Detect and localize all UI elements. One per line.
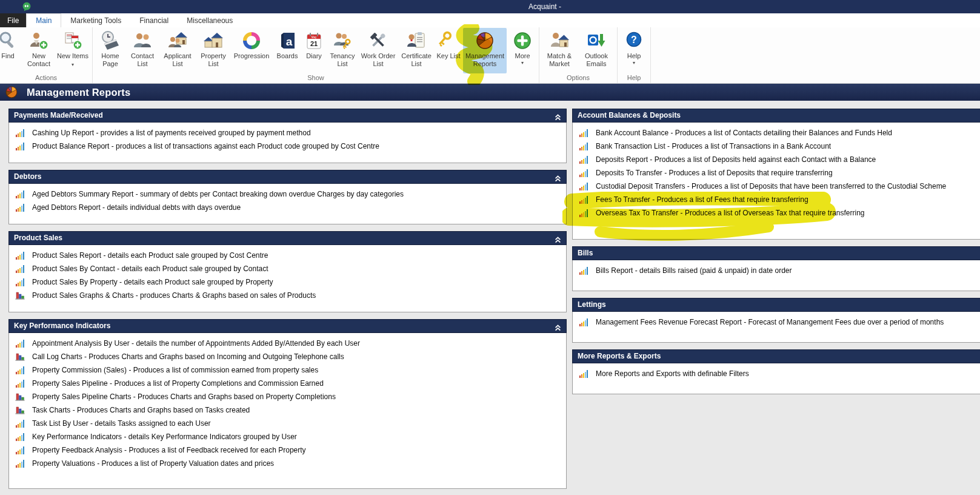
tab-marketing-tools[interactable]: Marketing Tools bbox=[61, 13, 130, 27]
report-item-deposits-to-transfer[interactable]: Deposits To Transfer - Produces a list o… bbox=[573, 166, 980, 180]
panel-header-lettings[interactable]: Lettings bbox=[572, 298, 980, 312]
report-item-text: Property Sales Pipeline - Produces a lis… bbox=[32, 379, 324, 388]
boards-icon: a bbox=[278, 31, 297, 50]
ribbon-button-contact-list[interactable]: Contact List bbox=[127, 28, 158, 73]
report-item-cashing-up-report[interactable]: Cashing Up Report - provides a list of p… bbox=[9, 126, 566, 140]
report-item-text: Deposits To Transfer - Produces a list o… bbox=[596, 169, 833, 177]
ribbon-group-show: Home PageContact ListApplicant ListPrope… bbox=[93, 27, 539, 83]
ribbon-button-certificate-list[interactable]: Certificate List bbox=[399, 28, 434, 73]
report-item-text: Product Sales By Contact - details each … bbox=[32, 264, 268, 273]
ribbon-button-home-page[interactable]: Home Page bbox=[96, 28, 125, 73]
panel-header-more-reports-exports[interactable]: More Reports & Exports bbox=[572, 349, 980, 363]
collapse-panel-icon[interactable] bbox=[555, 323, 561, 329]
outlook-emails-icon bbox=[587, 31, 606, 50]
ribbon-button-management-reports[interactable]: Management Reports bbox=[463, 28, 507, 73]
tab-miscellaneous[interactable]: Miscellaneous bbox=[178, 13, 242, 27]
tab-main[interactable]: Main bbox=[26, 13, 61, 28]
right-column: Account Balances & DepositsBank Account … bbox=[572, 109, 980, 401]
panel-header-bills[interactable]: Bills bbox=[572, 246, 980, 260]
tab-financial[interactable]: Financial bbox=[130, 13, 178, 27]
report-item-aged-debtors-report[interactable]: Aged Debtors Report - details individual… bbox=[9, 201, 566, 214]
ribbon-button-progression[interactable]: Progression bbox=[232, 28, 272, 73]
report-item-text: Bills Report - details Bills raised (pai… bbox=[596, 266, 792, 275]
dropdown-arrow-icon: ▾ bbox=[72, 62, 74, 67]
report-item-call-log-charts[interactable]: Call Log Charts - Produces Charts and Gr… bbox=[9, 350, 566, 363]
collapse-panel-icon[interactable] bbox=[555, 235, 561, 241]
report-item-deposits-report[interactable]: Deposits Report - Produces a list of Dep… bbox=[573, 153, 980, 166]
key-list-icon bbox=[439, 31, 458, 50]
ribbon-button-property-list[interactable]: Property List bbox=[198, 28, 229, 73]
bar-chart-icon bbox=[579, 208, 588, 218]
ribbon-button-more[interactable]: More▾ bbox=[509, 28, 536, 73]
report-item-bank-transaction-list[interactable]: Bank Transaction List - Produces a list … bbox=[573, 140, 980, 153]
bar-chart-icon bbox=[15, 277, 25, 287]
panel-body: Product Sales Report - details each Prod… bbox=[8, 245, 567, 312]
report-item-product-balance-report[interactable]: Product Balance Report - produces a list… bbox=[9, 140, 566, 153]
ribbon-button-match-market[interactable]: Match & Market bbox=[542, 28, 576, 73]
report-item-property-sales-pipeline-charts[interactable]: Property Sales Pipeline Charts - Produce… bbox=[9, 390, 566, 403]
panel-header-debtors[interactable]: Debtors bbox=[8, 170, 567, 184]
bar-chart-icon bbox=[579, 181, 588, 191]
pie-chart-icon bbox=[5, 86, 18, 99]
report-item-product-sales-by-property[interactable]: Product Sales By Property - details each… bbox=[9, 275, 566, 289]
report-item-text: Custodial Deposit Transfers - Produces a… bbox=[596, 182, 946, 190]
collapse-panel-icon[interactable] bbox=[555, 173, 561, 180]
ribbon-button-key-list[interactable]: Key List bbox=[436, 28, 461, 73]
report-item-product-sales-by-contact[interactable]: Product Sales By Contact - details each … bbox=[9, 262, 566, 275]
ribbon-button-work-order-list[interactable]: Work Order List bbox=[360, 28, 396, 73]
report-item-product-sales-graphs-charts[interactable]: Product Sales Graphs & Charts - produces… bbox=[9, 289, 566, 302]
report-item-management-fees-revenue-forecast-report[interactable]: Management Fees Revenue Forecast Report … bbox=[573, 315, 980, 329]
svg-text:21: 21 bbox=[310, 40, 318, 47]
report-item-property-sales-pipeline[interactable]: Property Sales Pipeline - Produces a lis… bbox=[9, 377, 566, 390]
bar-chart-icon bbox=[579, 369, 588, 379]
report-item-text: Task List By User - details Tasks assign… bbox=[32, 419, 211, 428]
report-item-custodial-deposit-transfers[interactable]: Custodial Deposit Transfers - Produces a… bbox=[573, 180, 980, 193]
panel-bills: BillsBills Report - details Bills raised… bbox=[572, 246, 980, 291]
panel-header-payments-made-received[interactable]: Payments Made/Received bbox=[8, 109, 567, 123]
report-item-bills-report[interactable]: Bills Report - details Bills raised (pai… bbox=[573, 264, 980, 277]
panel-header-product-sales[interactable]: Product Sales bbox=[8, 231, 567, 245]
ribbon-button-outlook-emails[interactable]: Outlook Emails bbox=[579, 28, 614, 73]
report-item-task-list-by-user[interactable]: Task List By User - details Tasks assign… bbox=[9, 417, 566, 430]
ribbon-button-new-contact[interactable]: New Contact bbox=[24, 28, 54, 73]
ribbon-button-label: Contact List bbox=[131, 52, 154, 67]
ribbon-group-label: Actions bbox=[2, 73, 90, 83]
svg-text:May: May bbox=[312, 36, 317, 39]
report-item-product-sales-report[interactable]: Product Sales Report - details each Prod… bbox=[9, 249, 566, 262]
report-item-bank-account-balance[interactable]: Bank Account Balance - Produces a list o… bbox=[573, 126, 980, 140]
report-item-property-feedback-analysis[interactable]: Property Feedback Analysis - Produces a … bbox=[9, 443, 566, 457]
report-item-more-reports-and-exports-with-definable-filters[interactable]: More Reports and Exports with definable … bbox=[573, 367, 980, 380]
bar-chart-icon bbox=[579, 155, 588, 164]
bar-graph-3d-icon bbox=[15, 405, 25, 415]
dropdown-arrow-icon: ▾ bbox=[521, 60, 524, 66]
panel-header-key-performance-indicators[interactable]: Key Performance Indicators bbox=[8, 319, 567, 333]
panel-header-account-balances-deposits[interactable]: Account Balances & Deposits bbox=[572, 109, 980, 123]
collapse-panel-icon[interactable] bbox=[555, 112, 561, 119]
report-item-property-commission-sales[interactable]: Property Commission (Sales) - Produces a… bbox=[9, 363, 566, 377]
report-item-fees-to-transfer[interactable]: Fees To Transfer - Produces a list of Fe… bbox=[573, 193, 980, 206]
bar-chart-icon bbox=[15, 128, 25, 138]
ribbon-button-help[interactable]: ?Help▾ bbox=[621, 28, 647, 73]
ribbon-group-actions: FindNew ContactNew Items ▾Actions bbox=[0, 27, 93, 83]
report-item-appointment-analysis-by-user[interactable]: Appointment Analysis By User - details t… bbox=[9, 337, 566, 350]
report-item-key-performance-indicators[interactable]: Key Performance Indicators - details Key… bbox=[9, 430, 566, 443]
ribbon-button-applicant-list[interactable]: Applicant List bbox=[160, 28, 195, 73]
tab-file[interactable]: File bbox=[0, 13, 26, 27]
property-list-icon bbox=[204, 31, 223, 50]
report-item-text: Product Balance Report - produces a list… bbox=[32, 142, 379, 150]
ribbon-button-new-items[interactable]: New Items ▾ bbox=[56, 28, 89, 73]
ribbon-button-tenancy-list[interactable]: Tenancy List bbox=[327, 28, 358, 73]
bar-chart-icon bbox=[15, 338, 25, 348]
new-items-icon bbox=[63, 31, 82, 50]
ribbon-button-label: Management Reports bbox=[465, 52, 504, 67]
report-item-aged-debtors-summary-report[interactable]: Aged Debtors Summary Report - summary of… bbox=[9, 187, 566, 201]
contact-list-icon bbox=[133, 31, 152, 50]
panel-title: Product Sales bbox=[14, 234, 62, 242]
report-item-overseas-tax-to-transfer[interactable]: Overseas Tax To Transfer - Produces a li… bbox=[573, 206, 980, 220]
ribbon-button-boards[interactable]: aBoards bbox=[274, 28, 301, 73]
ribbon-button-label: Applicant List bbox=[164, 52, 191, 67]
report-item-property-valuations[interactable]: Property Valuations - Produces a list of… bbox=[9, 457, 566, 470]
report-item-task-charts[interactable]: Task Charts - Produces Charts and Graphs… bbox=[9, 403, 566, 417]
ribbon-button-diary[interactable]: May21Diary bbox=[303, 28, 325, 73]
ribbon-button-find[interactable]: Find bbox=[0, 28, 21, 73]
